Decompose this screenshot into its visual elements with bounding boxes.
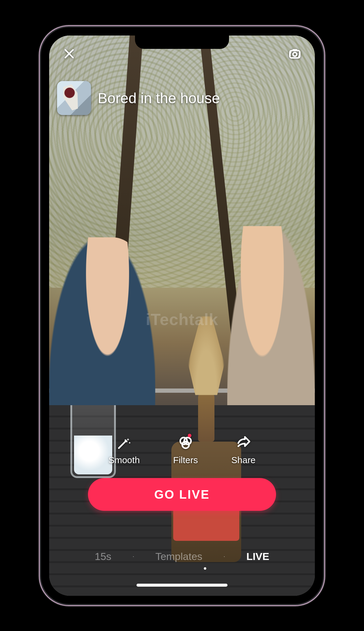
filters-badge-dot <box>188 434 191 437</box>
share-icon <box>236 435 251 451</box>
tool-label: Filters <box>173 455 198 465</box>
go-live-button[interactable]: GO LIVE <box>88 478 276 511</box>
svg-point-1 <box>293 53 297 56</box>
mode-tabs[interactable]: 15s · Templates · LIVE <box>49 551 315 562</box>
phone-frame: iTechtalk <box>41 27 323 604</box>
filters-icon <box>178 435 194 451</box>
flip-camera-icon <box>288 47 302 60</box>
smooth-button[interactable]: Smooth <box>108 435 140 465</box>
live-title-row[interactable]: Bored in the house <box>57 81 220 115</box>
tool-label: Share <box>231 455 256 465</box>
ui-overlay: Bored in the house Smooth <box>49 36 315 596</box>
close-button[interactable] <box>59 44 79 63</box>
live-cover-thumbnail[interactable] <box>57 81 91 115</box>
mode-separator: · <box>133 553 134 560</box>
tool-row: Smooth Filters Share <box>49 435 315 465</box>
close-icon <box>62 47 76 60</box>
mode-tab-15s[interactable]: 15s <box>95 551 111 562</box>
svg-point-2 <box>129 442 130 443</box>
mode-separator: · <box>224 553 225 560</box>
share-button[interactable]: Share <box>231 435 256 465</box>
mode-active-indicator <box>204 567 206 570</box>
live-title: Bored in the house <box>98 90 220 107</box>
mode-tab-templates[interactable]: Templates <box>155 551 202 562</box>
home-indicator[interactable] <box>136 584 228 587</box>
page-root: iTechtalk <box>0 0 364 631</box>
flip-camera-button[interactable] <box>285 44 305 63</box>
tool-label: Smooth <box>108 455 140 465</box>
top-bar <box>49 39 315 69</box>
screen: iTechtalk <box>49 36 315 596</box>
filters-button[interactable]: Filters <box>173 435 198 465</box>
mode-tab-live[interactable]: LIVE <box>246 551 269 562</box>
magic-wand-icon <box>116 435 132 451</box>
